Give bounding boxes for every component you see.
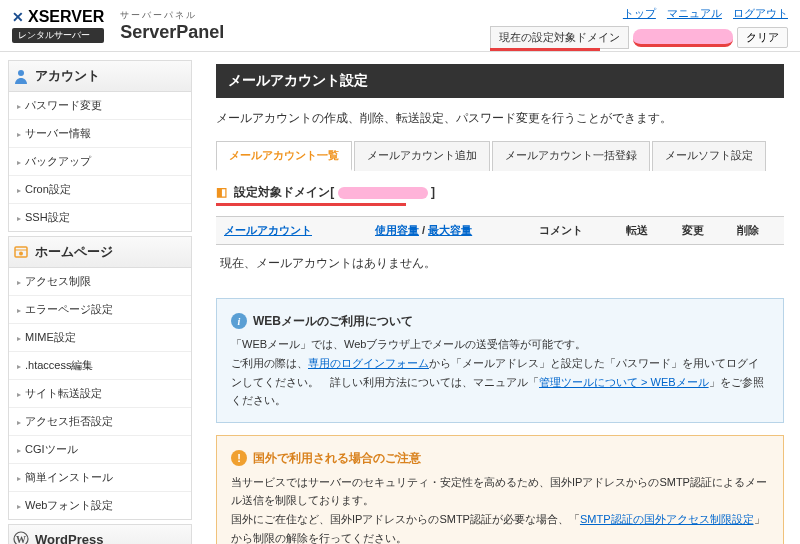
sidebar-header-account: アカウント xyxy=(8,60,192,92)
sidebar-item[interactable]: MIME設定 xyxy=(9,324,191,352)
col-forward: 転送 xyxy=(618,217,673,245)
link-login-form[interactable]: 専用のログインフォーム xyxy=(308,357,429,369)
sidebar-header-homepage: ホームページ xyxy=(8,236,192,268)
tab-mail-soft[interactable]: メールソフト設定 xyxy=(652,141,766,171)
wordpress-icon: W xyxy=(13,531,29,544)
sidebar-item[interactable]: SSH設定 xyxy=(9,204,191,231)
link-smtp-setting[interactable]: SMTP認証の国外アクセス制限設定 xyxy=(580,513,754,525)
current-domain-bar: 現在の設定対象ドメイン クリア xyxy=(490,26,788,49)
empty-message: 現在、メールアカウントはありません。 xyxy=(216,245,784,282)
tabs: メールアカウント一覧 メールアカウント追加 メールアカウント一括登録 メールソフ… xyxy=(216,141,784,171)
link-manual-webmail[interactable]: 管理ツールについて > WEBメール xyxy=(539,376,709,388)
domain-label-text: 現在の設定対象ドメイン xyxy=(499,31,620,43)
clear-button[interactable]: クリア xyxy=(737,27,788,48)
mail-accounts-table: メールアカウント 使用容量 / 最大容量 コメント 転送 変更 削除 xyxy=(216,216,784,245)
panel-title: サーバーパネル ServerPanel xyxy=(120,9,224,43)
target-domain-value xyxy=(338,187,428,199)
top-links: トップ マニュアル ログアウト xyxy=(615,6,788,21)
info-line2: ご利用の際は、専用のログインフォームから「メールアドレス」と設定した「パスワード… xyxy=(231,354,769,410)
sidebar-item[interactable]: パスワード変更 xyxy=(9,92,191,120)
warn-icon: ! xyxy=(231,450,247,466)
brand-logo: ✕ XSERVER xyxy=(12,8,104,26)
webmail-info-box: i WEBメールのご利用について 「WEBメール」では、Webブラウザ上でメール… xyxy=(216,298,784,423)
sidebar-title-homepage: ホームページ xyxy=(35,243,113,261)
sidebar-item[interactable]: .htaccess編集 xyxy=(9,352,191,380)
main-content: メールアカウント設定 メールアカウントの作成、削除、転送設定、パスワード変更を行… xyxy=(200,52,800,544)
brand-sub: レンタルサーバー xyxy=(12,28,104,43)
warn-line1: 当サービスではサーバーのセキュリティ・安定性を高めるため、国外IPアドレスからの… xyxy=(231,473,769,510)
target-domain-row: ◧ 設定対象ドメイン[ ] xyxy=(216,184,784,201)
brand-text: XSERVER xyxy=(28,8,104,26)
page-title: メールアカウント設定 xyxy=(216,64,784,98)
sidebar-item[interactable]: バックアップ xyxy=(9,148,191,176)
target-domain-label: 設定対象ドメイン xyxy=(234,185,330,199)
sidebar-item[interactable]: Cron設定 xyxy=(9,176,191,204)
sidebar-item[interactable]: アクセス拒否設定 xyxy=(9,408,191,436)
warn-line2: 国外にご在住など、国外IPアドレスからのSMTP認証が必要な場合、「SMTP認証… xyxy=(231,510,769,544)
logo-area: ✕ XSERVER レンタルサーバー サーバーパネル ServerPanel xyxy=(12,8,224,43)
homepage-icon xyxy=(13,244,29,260)
sidebar: アカウント パスワード変更 サーバー情報 バックアップ Cron設定 SSH設定… xyxy=(0,52,200,544)
sidebar-title-account: アカウント xyxy=(35,67,100,85)
sidebar-item[interactable]: Webフォント設定 xyxy=(9,492,191,519)
sidebar-title-wordpress: WordPress xyxy=(35,532,103,545)
info-line1: 「WEBメール」では、Webブラウザ上でメールの送受信等が可能です。 xyxy=(231,335,769,354)
sidebar-item[interactable]: アクセス制限 xyxy=(9,268,191,296)
col-comment: コメント xyxy=(531,217,618,245)
header: ✕ XSERVER レンタルサーバー サーバーパネル ServerPanel ト… xyxy=(0,0,800,52)
page-description: メールアカウントの作成、削除、転送設定、パスワード変更を行うことができます。 xyxy=(216,110,784,127)
warn-title: 国外で利用される場合のご注意 xyxy=(253,448,421,468)
sidebar-item[interactable]: エラーページ設定 xyxy=(9,296,191,324)
col-account[interactable]: メールアカウント xyxy=(216,217,367,245)
panel-title-en: ServerPanel xyxy=(120,22,224,43)
xserver-icon: ✕ xyxy=(12,9,24,25)
link-logout[interactable]: ログアウト xyxy=(733,7,788,19)
sidebar-item[interactable]: サイト転送設定 xyxy=(9,380,191,408)
sidebar-item[interactable]: CGIツール xyxy=(9,436,191,464)
col-change: 変更 xyxy=(674,217,729,245)
col-delete: 削除 xyxy=(729,217,784,245)
current-domain-label: 現在の設定対象ドメイン xyxy=(490,26,629,49)
col-capacity[interactable]: 使用容量 / 最大容量 xyxy=(367,217,531,245)
sidebar-header-wordpress: W WordPress xyxy=(8,524,192,544)
info-icon: i xyxy=(231,313,247,329)
tab-mail-list[interactable]: メールアカウント一覧 xyxy=(216,141,352,171)
sidebar-item[interactable]: サーバー情報 xyxy=(9,120,191,148)
link-top[interactable]: トップ xyxy=(623,7,656,19)
info-title: WEBメールのご利用について xyxy=(253,311,413,331)
tab-mail-add[interactable]: メールアカウント追加 xyxy=(354,141,490,171)
sidebar-item[interactable]: 簡単インストール xyxy=(9,464,191,492)
marker-icon: ◧ xyxy=(216,185,227,199)
panel-title-jp: サーバーパネル xyxy=(120,9,224,22)
tab-mail-bulk[interactable]: メールアカウント一括登録 xyxy=(492,141,650,171)
current-domain-value xyxy=(633,29,733,47)
svg-text:W: W xyxy=(16,534,26,544)
link-manual[interactable]: マニュアル xyxy=(667,7,722,19)
overseas-warn-box: ! 国外で利用される場合のご注意 当サービスではサーバーのセキュリティ・安定性を… xyxy=(216,435,784,544)
account-icon xyxy=(13,68,29,84)
redline xyxy=(216,203,406,206)
svg-point-0 xyxy=(18,70,24,76)
svg-point-3 xyxy=(19,252,23,256)
